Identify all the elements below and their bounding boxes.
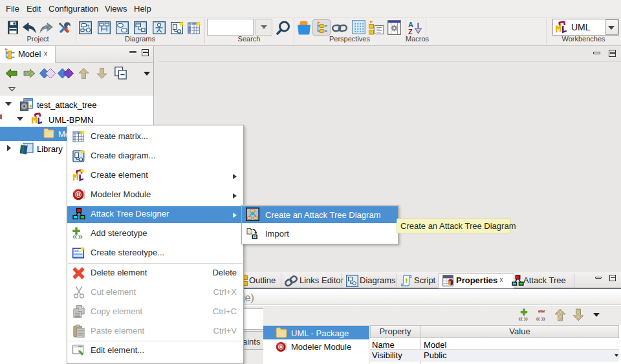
svg-text:« »: « » <box>72 231 83 240</box>
svg-text:Z: Z <box>408 28 413 36</box>
svg-text:« »: « » <box>518 314 528 323</box>
svg-text:« »: « » <box>536 314 546 323</box>
svg-text:««–: ««– <box>74 249 81 253</box>
